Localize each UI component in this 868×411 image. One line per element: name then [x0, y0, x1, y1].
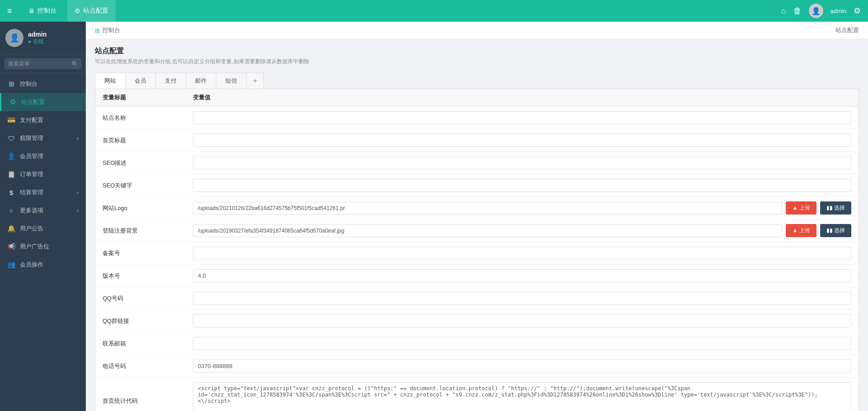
sidebar-item-permissions-label: 权限管理	[20, 134, 43, 142]
page-title: 站点配置	[95, 47, 859, 56]
input-qq-num[interactable]	[193, 292, 851, 305]
input-email[interactable]	[193, 337, 851, 350]
select-button-site-logo[interactable]: ▮▮ 选择	[820, 201, 851, 215]
tab-sms[interactable]: 短信	[216, 73, 247, 89]
sidebar-item-site-config[interactable]: ⚙ 站点配置	[0, 93, 86, 111]
sidebar-item-permissions[interactable]: 🛡 权限管理 ‹	[0, 129, 86, 147]
payment-config-menu-icon: 💳	[7, 116, 15, 124]
content-area: ⊞ 控制台 站点配置 站点配置 可以在此增改系统的变量和分组,也可以自定义分组和…	[86, 22, 868, 411]
table-row: 站点名称	[95, 107, 859, 129]
field-label-stat-code: 首页统计代码	[95, 378, 186, 411]
upload-button-login-bg[interactable]: ▲ 上传	[786, 224, 816, 237]
home-icon[interactable]: ⌂	[781, 6, 786, 16]
tab-website[interactable]: 网站	[95, 73, 126, 89]
col-label-header: 变量标题	[95, 89, 186, 107]
breadcrumb: ⊞ 控制台	[95, 26, 120, 34]
sidebar-item-console[interactable]: ⊞ 控制台	[0, 75, 86, 93]
input-qq-group[interactable]	[193, 314, 851, 327]
input-seo-keyword[interactable]	[193, 179, 851, 192]
permissions-chevron-icon: ‹	[77, 135, 79, 141]
nav-tab-site-config[interactable]: ⚙ 站点配置	[67, 0, 116, 22]
sidebar-item-user-ads[interactable]: 📢 用户广告位	[0, 238, 86, 256]
input-icp[interactable]	[193, 247, 851, 260]
input-seo-desc[interactable]	[193, 156, 851, 169]
upload-button-site-logo[interactable]: ▲ 上传	[786, 201, 816, 215]
top-nav-left: ≡ 🖥 控制台 ⚙ 站点配置	[7, 0, 116, 22]
trash-icon[interactable]: 🗑	[793, 6, 802, 16]
top-nav-right: ⌂ 🗑 👤 admin ⚙	[781, 4, 861, 18]
site-config-menu-icon: ⚙	[9, 98, 17, 106]
section-header: 站点配置 可以在此增改系统的变量和分组,也可以自定义分组和变量,如果需要删除请从…	[95, 47, 859, 65]
table-row: 电话号码	[95, 355, 859, 378]
input-site-name[interactable]	[193, 111, 851, 124]
input-version[interactable]	[193, 269, 851, 282]
more-options-chevron-icon: ‹	[77, 208, 79, 213]
select-button-login-bg[interactable]: ▮▮ 选择	[820, 224, 851, 237]
sidebar-item-member-ops[interactable]: 👥 会员操作	[0, 256, 86, 274]
member-ops-menu-icon: 👥	[7, 261, 15, 269]
file-path-site-logo[interactable]	[193, 202, 782, 215]
tabs: 网站 会员 支付 邮件 短信 +	[95, 73, 264, 89]
sidebar-item-order-mgmt[interactable]: 📋 订单管理	[0, 165, 86, 183]
sidebar-item-member-mgmt-label: 会员管理	[20, 152, 43, 160]
field-label-phone: 电话号码	[95, 355, 186, 378]
hamburger-icon[interactable]: ≡	[7, 6, 12, 16]
field-value-version	[186, 265, 859, 287]
order-mgmt-menu-icon: 📋	[7, 170, 15, 178]
sidebar-item-user-notice[interactable]: 🔔 用户公告	[0, 220, 86, 238]
field-value-icp	[186, 242, 859, 265]
field-value-site-name	[186, 107, 859, 129]
field-label-email: 联系邮箱	[95, 332, 186, 355]
user-notice-menu-icon: 🔔	[7, 224, 15, 233]
sidebar-item-more-options[interactable]: ○ 更多选项 ‹	[0, 201, 86, 220]
console-icon: 🖥	[28, 7, 35, 14]
breadcrumb-bar: ⊞ 控制台 站点配置	[86, 22, 868, 39]
sidebar-item-user-notice-label: 用户公告	[20, 224, 43, 233]
field-label-icp: 备案号	[95, 242, 186, 265]
field-label-login-bg: 登陆注册背景	[95, 220, 186, 242]
console-menu-icon: ⊞	[7, 80, 15, 88]
field-value-stat-code	[186, 378, 859, 411]
sidebar-item-payment-config[interactable]: 💳 支付配置	[0, 111, 86, 129]
page-content: 站点配置 可以在此增改系统的变量和分组,也可以自定义分组和变量,如果需要删除请从…	[86, 39, 868, 411]
sidebar-user: 👤 admin ● 在线	[0, 22, 86, 55]
breadcrumb-right: 站点配置	[835, 26, 859, 34]
nav-tab-console-label: 控制台	[37, 7, 56, 15]
settlement-chevron-icon: ‹	[77, 190, 79, 195]
field-label-site-logo: 网站Logo	[95, 197, 186, 220]
col-value-header: 变量值	[186, 89, 859, 107]
field-value-site-logo: ▲ 上传▮▮ 选择	[186, 197, 859, 220]
input-phone[interactable]	[193, 360, 851, 373]
table-row: SEO关键字	[95, 174, 859, 197]
nav-tab-console[interactable]: 🖥 控制台	[21, 0, 64, 22]
sidebar-avatar: 👤	[5, 29, 23, 47]
field-value-seo-keyword	[186, 174, 859, 197]
sidebar-item-settlement[interactable]: $ 结算管理 ‹	[0, 183, 86, 201]
field-value-seo-desc	[186, 152, 859, 174]
tab-email[interactable]: 邮件	[186, 73, 216, 89]
field-value-home-title	[186, 129, 859, 152]
search-input[interactable]	[5, 58, 81, 69]
sidebar-item-order-mgmt-label: 订单管理	[20, 170, 43, 178]
sidebar-item-settlement-label: 结算管理	[20, 188, 43, 196]
field-value-email	[186, 332, 859, 355]
site-config-icon: ⚙	[75, 7, 80, 14]
settings-icon[interactable]: ⚙	[854, 6, 861, 16]
tab-add[interactable]: +	[247, 73, 263, 89]
tabs-and-table: 网站 会员 支付 邮件 短信 + 变量标题 变量值	[95, 73, 859, 411]
input-home-title[interactable]	[193, 134, 851, 147]
sidebar-item-member-mgmt[interactable]: 👤 会员管理	[0, 147, 86, 165]
sidebar-item-member-ops-label: 会员操作	[20, 261, 43, 269]
file-path-login-bg[interactable]	[193, 224, 782, 237]
tab-payment[interactable]: 支付	[156, 73, 186, 89]
page-description: 可以在此增改系统的变量和分组,也可以自定义分组和变量,如果需要删除请从数据库中删…	[95, 58, 859, 65]
sidebar-search: 🔍	[0, 55, 86, 73]
main-layout: 👤 admin ● 在线 🔍 ⊞ 控制台 ⚙ 站点配置 💳 支付配	[0, 22, 868, 411]
textarea-stat-code[interactable]	[193, 382, 851, 411]
field-label-version: 版本号	[95, 265, 186, 287]
tab-member[interactable]: 会员	[126, 73, 156, 89]
table-row: 版本号	[95, 265, 859, 287]
breadcrumb-home-icon: ⊞	[95, 27, 100, 34]
admin-name[interactable]: admin	[831, 8, 846, 14]
table-row: QQ群链接	[95, 310, 859, 332]
